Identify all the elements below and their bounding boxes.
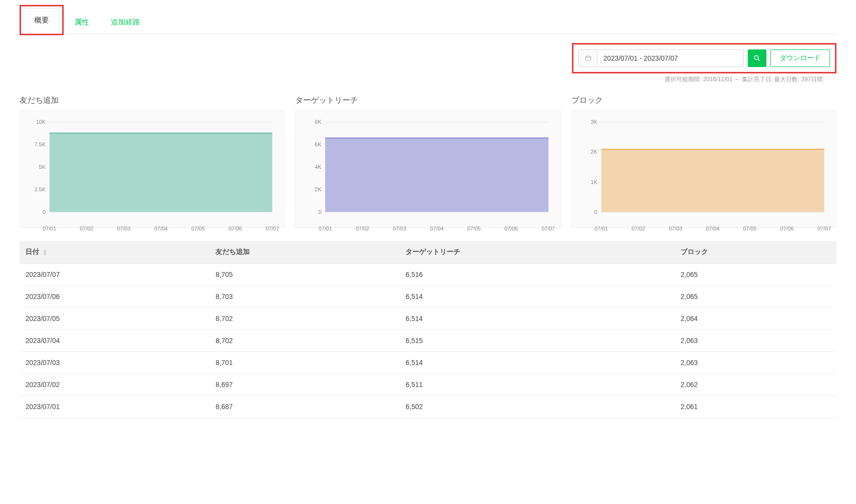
- x-tick: 07/06: [229, 226, 242, 231]
- cell-friends: 8,702: [210, 308, 400, 330]
- x-tick: 07/04: [430, 226, 444, 231]
- x-tick: 07/06: [504, 226, 518, 231]
- table-row: 2023/07/028,6976,5112,062: [20, 374, 836, 396]
- y-tick: 2K: [581, 149, 597, 155]
- cell-block: 2,062: [675, 374, 836, 396]
- tabs-bar: 概要 属性 追加経路: [20, 5, 836, 34]
- tab-attribute[interactable]: 属性: [64, 11, 100, 34]
- x-tick: 07/02: [80, 226, 94, 231]
- cell-reach: 6,514: [400, 286, 674, 308]
- charts-row: 友だち追加02.5K5K7.5K10K07/0107/0207/0307/040…: [20, 95, 836, 228]
- cell-block: 2,065: [675, 286, 836, 308]
- cell-friends: 8,697: [210, 374, 400, 396]
- cell-date: 2023/07/07: [20, 264, 210, 286]
- cell-date: 2023/07/06: [20, 286, 210, 308]
- table-row: 2023/07/068,7036,5142,065: [20, 286, 836, 308]
- table-row: 2023/07/048,7026,5152,063: [20, 330, 836, 352]
- date-range-wrap: [578, 49, 744, 67]
- chart-area-line: [49, 133, 272, 134]
- cell-block: 2,065: [675, 264, 836, 286]
- cell-date: 2023/07/02: [20, 374, 210, 396]
- col-reach: ターゲットリーチ: [400, 241, 674, 264]
- y-tick: 10K: [29, 119, 46, 125]
- y-tick: 0: [581, 209, 597, 215]
- cell-reach: 6,516: [400, 264, 674, 286]
- cell-friends: 8,687: [210, 396, 400, 418]
- cell-date: 2023/07/05: [20, 308, 210, 330]
- y-tick: 0: [29, 209, 46, 215]
- y-tick: 3K: [581, 119, 597, 125]
- cell-block: 2,063: [675, 330, 836, 352]
- x-tick: 07/02: [356, 226, 369, 231]
- date-range-input[interactable]: [597, 49, 744, 67]
- x-tick: 07/04: [706, 226, 720, 231]
- chart-card-block: ブロック01K2K3K07/0107/0207/0307/0407/0507/0…: [571, 95, 836, 228]
- chart-area-fill: [325, 138, 548, 212]
- chart-title-friends: 友だち追加: [20, 95, 285, 106]
- y-tick: 1K: [581, 179, 597, 185]
- x-tick: 07/02: [632, 226, 645, 231]
- cell-block: 2,063: [675, 352, 836, 374]
- table-header-row: 日付 ▲▼ 友だち追加 ターゲットリーチ ブロック: [20, 241, 836, 264]
- x-tick: 07/03: [393, 226, 406, 231]
- y-tick: 7.5K: [29, 141, 46, 147]
- x-tick: 07/01: [43, 226, 56, 231]
- chart-area-line: [325, 137, 548, 138]
- x-tick: 07/05: [467, 226, 481, 231]
- y-tick: 2K: [305, 186, 321, 192]
- search-icon: [753, 54, 761, 62]
- chart-card-reach: ターゲットリーチ02K4K6K8K07/0107/0207/0307/0407/…: [295, 95, 560, 228]
- col-date[interactable]: 日付 ▲▼: [20, 241, 210, 264]
- y-tick: 6K: [305, 141, 321, 147]
- table-row: 2023/07/038,7016,5142,063: [20, 352, 836, 374]
- svg-point-1: [755, 56, 759, 60]
- tab-route[interactable]: 追加経路: [100, 11, 151, 34]
- x-tick: 07/03: [669, 226, 683, 231]
- x-tick: 07/05: [743, 226, 757, 231]
- y-tick: 8K: [305, 119, 321, 125]
- chart-area-line: [601, 149, 824, 150]
- cell-friends: 8,705: [210, 264, 400, 286]
- x-tick: 07/03: [117, 226, 131, 231]
- chart-area-fill: [49, 134, 272, 212]
- chart-area-fill: [601, 150, 824, 212]
- data-table: 日付 ▲▼ 友だち追加 ターゲットリーチ ブロック 2023/07/078,70…: [20, 241, 836, 418]
- date-hint-text: 選択可能期間: 2016/11/01 ～ 集計完了日, 最大日数: 397日間: [665, 75, 823, 84]
- x-tick: 07/06: [780, 226, 794, 231]
- cell-friends: 8,702: [210, 330, 400, 352]
- tab-overview[interactable]: 概要: [23, 8, 60, 32]
- cell-block: 2,061: [675, 396, 836, 418]
- controls-highlight: ダウンロード: [572, 43, 836, 73]
- y-tick: 2.5K: [29, 186, 46, 192]
- controls-row: ダウンロード: [20, 43, 836, 73]
- chart-title-block: ブロック: [571, 95, 836, 106]
- col-block: ブロック: [675, 241, 836, 264]
- cell-block: 2,064: [675, 308, 836, 330]
- download-button[interactable]: ダウンロード: [770, 49, 830, 67]
- y-tick: 4K: [305, 164, 321, 170]
- search-button[interactable]: [748, 49, 766, 67]
- cell-date: 2023/07/03: [20, 352, 210, 374]
- y-tick: 0: [305, 209, 321, 215]
- cell-reach: 6,511: [400, 374, 674, 396]
- x-tick: 07/01: [319, 226, 333, 231]
- x-tick: 07/07: [542, 226, 555, 231]
- svg-rect-0: [585, 56, 591, 61]
- table-row: 2023/07/078,7056,5162,065: [20, 264, 836, 286]
- cell-reach: 6,514: [400, 352, 674, 374]
- x-tick: 07/01: [594, 226, 608, 231]
- sort-icon: ▲▼: [43, 249, 48, 255]
- x-tick: 07/07: [817, 226, 831, 231]
- cell-date: 2023/07/04: [20, 330, 210, 352]
- y-tick: 5K: [29, 164, 46, 170]
- chart-card-friends: 友だち追加02.5K5K7.5K10K07/0107/0207/0307/040…: [20, 95, 285, 228]
- col-date-label: 日付: [25, 248, 39, 255]
- x-tick: 07/07: [266, 226, 280, 231]
- cell-friends: 8,701: [210, 352, 400, 374]
- calendar-icon: [578, 49, 597, 67]
- x-tick: 07/04: [154, 226, 168, 231]
- table-row: 2023/07/018,6876,5022,061: [20, 396, 836, 418]
- cell-reach: 6,515: [400, 330, 674, 352]
- x-tick: 07/05: [191, 226, 205, 231]
- col-friends: 友だち追加: [210, 241, 400, 264]
